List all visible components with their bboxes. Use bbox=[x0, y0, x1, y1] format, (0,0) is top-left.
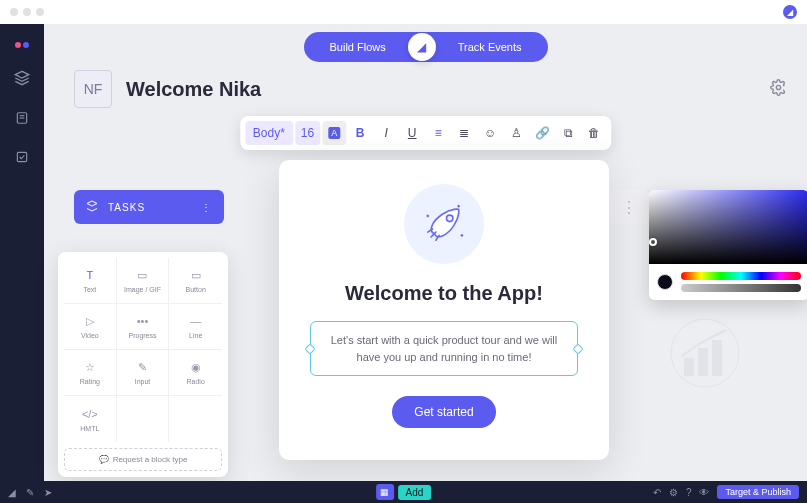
block-progress[interactable]: •••Progress bbox=[117, 304, 170, 350]
color-gradient-area[interactable] bbox=[649, 190, 807, 264]
button-icon: ▭ bbox=[189, 268, 203, 282]
resize-handle-right[interactable] bbox=[572, 343, 583, 354]
radio-icon: ◉ bbox=[189, 360, 203, 374]
max-dot[interactable] bbox=[36, 8, 44, 16]
italic-icon[interactable]: I bbox=[374, 121, 398, 145]
text-toolbar: Body* 16 A B I U ≡ ≣ ☺ ♙ 🔗 ⧉ 🗑 bbox=[240, 116, 611, 150]
color-controls bbox=[649, 264, 807, 300]
block-picker-panel: TText ▭Image / GIF ▭Button ▷Video •••Pro… bbox=[58, 252, 228, 477]
undo-icon[interactable]: ↶ bbox=[653, 487, 661, 498]
slides-icon[interactable]: ▦ bbox=[376, 484, 394, 500]
svg-marker-0 bbox=[15, 71, 28, 78]
task-card-label: TASKS bbox=[108, 202, 145, 213]
kebab-icon[interactable]: ⋮ bbox=[201, 202, 212, 213]
request-block-button[interactable]: 💬 Request a block type bbox=[64, 448, 222, 471]
checklist-icon[interactable] bbox=[15, 150, 29, 167]
block-button[interactable]: ▭Button bbox=[169, 258, 222, 304]
align-icon[interactable]: ≡ bbox=[426, 121, 450, 145]
modal-body-text: Let's start with a quick product tour an… bbox=[331, 334, 557, 363]
block-video[interactable]: ▷Video bbox=[64, 304, 117, 350]
edit-icon[interactable]: ✎ bbox=[26, 487, 34, 498]
document-icon[interactable] bbox=[15, 111, 29, 128]
rocket-icon bbox=[404, 184, 484, 264]
svg-rect-10 bbox=[712, 340, 722, 376]
preview-icon[interactable]: 👁 bbox=[699, 487, 709, 498]
resize-handle-left[interactable] bbox=[304, 343, 315, 354]
pencil-icon: ✎ bbox=[135, 360, 149, 374]
star-icon: ☆ bbox=[83, 360, 97, 374]
svg-point-11 bbox=[446, 215, 453, 222]
logo-dots-icon[interactable] bbox=[15, 42, 29, 48]
settings-icon[interactable]: ⚙ bbox=[669, 487, 678, 498]
welcome-modal: Welcome to the App! Let's start with a q… bbox=[279, 160, 609, 460]
copy-icon[interactable]: ⧉ bbox=[556, 121, 580, 145]
traffic-lights bbox=[10, 8, 44, 16]
line-icon: — bbox=[189, 314, 203, 328]
font-size-input[interactable]: 16 bbox=[295, 121, 320, 145]
window-chrome: ◢ bbox=[0, 0, 807, 24]
modal-title: Welcome to the App! bbox=[345, 282, 543, 305]
chat-icon: 💬 bbox=[99, 455, 109, 464]
mode-center-icon[interactable]: ◢ bbox=[408, 33, 436, 61]
task-card[interactable]: TASKS ⋮ bbox=[74, 190, 224, 224]
page-header: NF Welcome Nika bbox=[74, 70, 787, 108]
bottom-bar: ◢ ✎ ➤ ▦ Add ↶ ⚙ ? 👁 Target & Publish bbox=[0, 481, 807, 503]
block-html[interactable]: </>HMTL bbox=[64, 396, 117, 442]
underline-icon[interactable]: U bbox=[400, 121, 424, 145]
publish-button[interactable]: Target & Publish bbox=[717, 485, 799, 499]
layers-icon[interactable] bbox=[14, 70, 30, 89]
block-image[interactable]: ▭Image / GIF bbox=[117, 258, 170, 304]
color-picker bbox=[649, 190, 807, 300]
editor-canvas: Build Flows ◢ Track Events NF Welcome Ni… bbox=[44, 24, 807, 481]
mode-switcher: Build Flows ◢ Track Events bbox=[303, 32, 547, 62]
block-grid: TText ▭Image / GIF ▭Button ▷Video •••Pro… bbox=[64, 258, 222, 442]
alpha-slider[interactable] bbox=[681, 284, 801, 292]
layers-icon bbox=[86, 200, 98, 214]
block-radio[interactable]: ◉Radio bbox=[169, 350, 222, 396]
link-icon[interactable]: 🔗 bbox=[530, 121, 554, 145]
min-dot[interactable] bbox=[23, 8, 31, 16]
svg-rect-4 bbox=[17, 152, 26, 161]
color-cursor[interactable] bbox=[649, 238, 657, 246]
get-started-button[interactable]: Get started bbox=[392, 396, 495, 428]
add-button[interactable]: Add bbox=[398, 485, 432, 500]
image-icon: ▭ bbox=[135, 268, 149, 282]
hue-slider[interactable] bbox=[681, 272, 801, 280]
font-style-select[interactable]: Body* bbox=[245, 121, 293, 145]
close-dot[interactable] bbox=[10, 8, 18, 16]
bold-icon[interactable]: B bbox=[348, 121, 372, 145]
svg-rect-8 bbox=[684, 358, 694, 376]
help-icon[interactable]: ? bbox=[686, 487, 692, 498]
delete-icon[interactable]: 🗑 bbox=[582, 121, 606, 145]
video-icon: ▷ bbox=[83, 314, 97, 328]
brand-badge-icon: ◢ bbox=[783, 5, 797, 19]
block-line[interactable]: —Line bbox=[169, 304, 222, 350]
left-sidebar bbox=[0, 24, 44, 481]
block-empty bbox=[117, 396, 170, 442]
progress-icon: ••• bbox=[135, 314, 149, 328]
block-empty bbox=[169, 396, 222, 442]
list-icon[interactable]: ≣ bbox=[452, 121, 476, 145]
svg-rect-9 bbox=[698, 348, 708, 376]
ghost-card-menu[interactable]: ⋮ bbox=[609, 190, 649, 224]
emoji-icon[interactable]: ☺ bbox=[478, 121, 502, 145]
text-icon: T bbox=[83, 268, 97, 282]
send-icon[interactable]: ➤ bbox=[44, 487, 52, 498]
svg-point-5 bbox=[776, 85, 780, 89]
persona-icon[interactable]: ♙ bbox=[504, 121, 528, 145]
cursor-icon[interactable]: ◢ bbox=[8, 487, 16, 498]
current-color-swatch bbox=[657, 274, 673, 290]
tab-build-flows[interactable]: Build Flows bbox=[307, 41, 407, 53]
page-title: Welcome Nika bbox=[126, 78, 261, 101]
tab-track-events[interactable]: Track Events bbox=[436, 41, 544, 53]
svg-marker-6 bbox=[87, 201, 97, 206]
modal-body-editable[interactable]: Let's start with a quick product tour an… bbox=[310, 321, 578, 376]
block-input[interactable]: ✎Input bbox=[117, 350, 170, 396]
code-icon: </> bbox=[83, 407, 97, 421]
block-text[interactable]: TText bbox=[64, 258, 117, 304]
block-rating[interactable]: ☆Rating bbox=[64, 350, 117, 396]
avatar: NF bbox=[74, 70, 112, 108]
gear-icon[interactable] bbox=[770, 79, 787, 100]
text-color-icon[interactable]: A bbox=[322, 121, 346, 145]
bar-chart-icon bbox=[660, 318, 750, 388]
